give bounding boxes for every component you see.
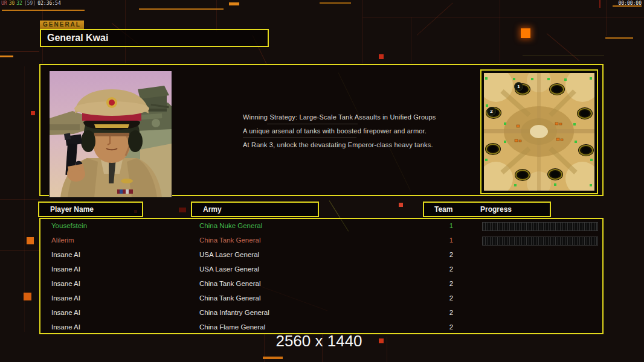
decor-line [599,0,601,8]
decor-accent-line [0,56,13,57]
table-row[interactable]: Insane AI USA Laser General 2 [40,248,602,262]
page-title: General Kwai [40,29,269,47]
gentool-clock: 02:36:54 [37,1,61,6]
general-info-panel: Winning Strategy: Large-Scale Tank Assau… [39,64,604,196]
player-team[interactable]: 2 [444,323,459,331]
decor-square [24,293,31,300]
decor-square [31,111,35,115]
portrait-image [50,71,172,197]
column-header-army: Army [191,202,319,217]
decor-underline [267,124,358,124]
decor-diagonal [547,33,579,61]
decor-diagonal [417,3,453,36]
player-army[interactable]: USA Laser General [199,265,259,273]
column-header-progress-label: Progress [480,203,512,216]
gentool-prefix: UR [1,1,7,6]
decor-accent-line [2,10,85,11]
player-list: Yousefstein China Nuke General 1 Alileri… [39,218,604,334]
decor-accent-line [605,37,633,39]
table-row[interactable]: Insane AI USA Laser General 2 [40,262,602,277]
gentool-value-a: 30 [9,1,15,6]
decor-line [362,17,644,18]
player-team[interactable]: 1 [444,222,459,229]
column-header-player-name: Player Name [38,202,143,217]
player-army[interactable]: China Tank General [199,294,260,302]
table-row[interactable]: Yousefstein China Nuke General 1 [40,219,602,233]
player-name: Insane AI [51,251,80,258]
player-team[interactable]: 2 [444,251,459,258]
table-row[interactable]: Insane AI China Tank General 2 [40,291,602,306]
decor-accent-line [139,8,224,10]
decor-line [387,337,387,362]
player-name: Insane AI [51,309,80,316]
player-team[interactable]: 2 [444,280,459,287]
general-arsenal-line: A unique arsenal of tanks with boosted f… [243,127,427,135]
player-army[interactable]: China Flame General [199,323,265,331]
map-preview-frame[interactable]: 1 2 [480,69,598,194]
column-header-label: Army [203,205,222,214]
decor-accent-line [229,2,239,5]
map-image [484,73,594,191]
general-rank-line: At Rank 3, unlock the devastating Empero… [243,141,433,148]
lobby-screen: UR3032[59]02:36:54 00:00:00 GENERAL Gene… [0,0,644,362]
map-preview: 1 2 [484,73,594,191]
player-team[interactable]: 2 [444,309,459,316]
start-marker-2: 2 [487,107,496,116]
resolution-label: 2560 x 1440 [259,332,379,351]
match-timer: 00:00:00 [618,1,642,6]
decor-square [179,208,186,212]
decor-line [0,51,39,52]
table-row[interactable]: Insane AI China Tank General 2 [40,277,602,291]
table-row[interactable]: Insane AI China Infantry General 2 [40,306,602,320]
player-name: Insane AI [51,280,80,287]
decor-square [399,203,403,207]
player-name: Insane AI [51,323,80,331]
player-army[interactable]: China Tank General [199,280,260,287]
player-army[interactable]: China Infantry General [199,309,269,316]
decor-line [500,0,500,63]
decor-line [606,0,607,36]
player-army[interactable]: China Tank General [199,237,260,244]
gentool-value-b: 32 [16,1,22,6]
decor-accent-line [320,2,351,4]
player-name: Yousefstein [51,222,87,229]
column-header-team-progress: Team Progress [423,202,551,217]
player-army[interactable]: China Nuke General [199,222,262,229]
decor-line [216,0,217,31]
decor-line [523,56,604,56]
player-army[interactable]: USA Laser General [199,251,259,258]
general-tab[interactable]: GENERAL [40,21,84,29]
decor-line [0,250,39,251]
player-team[interactable]: 2 [444,294,459,302]
gentool-overlay: UR3032[59]02:36:54 [1,1,63,6]
decor-line [0,199,39,200]
decor-square [27,237,34,244]
column-header-team-label: Team [434,203,452,216]
decor-line [362,0,363,63]
gentool-value-c: [59] [24,1,36,6]
player-name: Alilerim [51,237,74,244]
player-name: Insane AI [51,265,80,273]
player-team[interactable]: 2 [444,265,459,273]
decor-square [379,54,384,59]
general-portrait [49,71,172,198]
progress-bar [482,237,598,246]
table-row[interactable]: Alilerim China Tank General 1 [40,233,602,248]
player-team[interactable]: 1 [444,237,459,244]
general-strategy-line: Winning Strategy: Large-Scale Tank Assau… [243,113,436,121]
column-header-label: Player Name [50,205,94,214]
decor-square [379,338,384,343]
decor-accent-line [263,357,283,359]
decor-underline [243,138,356,138]
decor-square [521,28,530,38]
decor-line [411,17,411,63]
start-marker-1: 1 [514,82,523,91]
player-name: Insane AI [51,294,80,302]
progress-bar [482,222,598,231]
